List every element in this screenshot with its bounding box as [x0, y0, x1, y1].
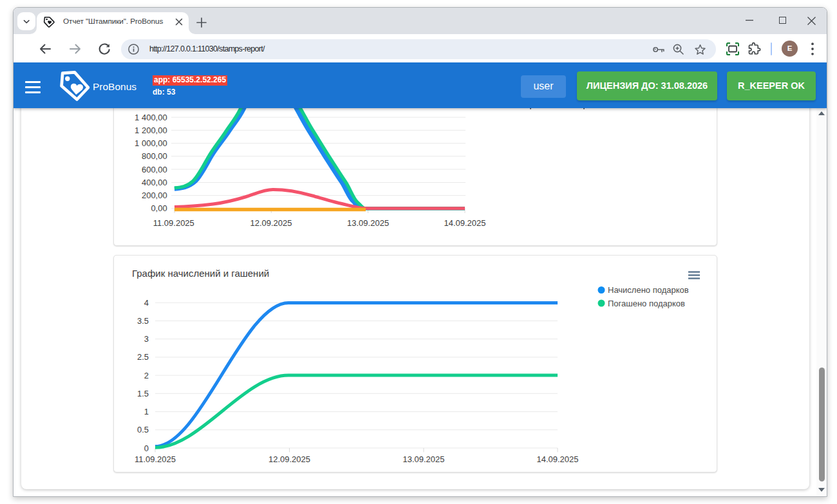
svg-text:1.5: 1.5 [137, 389, 149, 398]
svg-text:12.09.2025: 12.09.2025 [268, 454, 310, 464]
svg-text:13.09.2025: 13.09.2025 [402, 454, 444, 464]
svg-text:Погашено подарков: Погашено подарков [608, 299, 685, 308]
svg-text:1 200,00: 1 200,00 [135, 126, 167, 135]
svg-text:3: 3 [144, 334, 149, 344]
svg-text:2: 2 [144, 371, 149, 380]
svg-text:4: 4 [144, 298, 149, 308]
svg-text:1 400,00: 1 400,00 [135, 113, 167, 122]
svg-text:11.09.2025: 11.09.2025 [135, 454, 176, 464]
svg-text:График начислений и гашений: График начислений и гашений [132, 268, 269, 279]
svg-text:800,00: 800,00 [142, 151, 167, 161]
svg-text:11.09.2025: 11.09.2025 [153, 218, 194, 228]
svg-text:200,00: 200,00 [142, 191, 167, 200]
svg-text:3.5: 3.5 [137, 316, 149, 326]
svg-text:0: 0 [144, 443, 149, 453]
svg-text:0.5: 0.5 [137, 425, 149, 434]
svg-text:400,00: 400,00 [142, 178, 167, 187]
svg-text:600,00: 600,00 [142, 165, 167, 174]
svg-text:Начислено подарков: Начислено подарков [608, 285, 689, 295]
svg-text:1: 1 [144, 407, 149, 416]
svg-text:12.09.2025: 12.09.2025 [250, 218, 292, 228]
svg-text:14.09.2025: 14.09.2025 [536, 454, 578, 464]
svg-text:2.5: 2.5 [137, 352, 149, 362]
svg-text:0,00: 0,00 [151, 203, 167, 213]
svg-text:1 000,00: 1 000,00 [135, 138, 167, 148]
svg-text:14.09.2025: 14.09.2025 [444, 218, 485, 228]
svg-text:13.09.2025: 13.09.2025 [347, 218, 389, 228]
